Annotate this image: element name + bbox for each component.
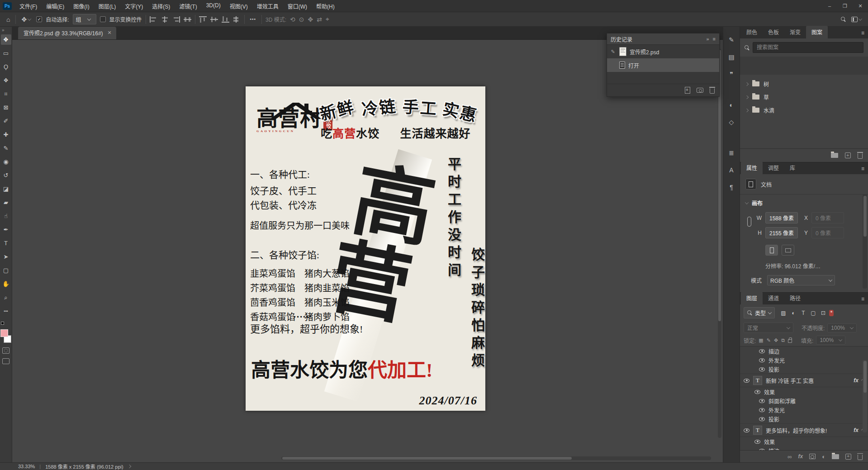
effect-row[interactable]: 斜面和浮雕: [740, 396, 868, 405]
align-left-icon[interactable]: [150, 16, 157, 23]
new-snapshot-icon[interactable]: [697, 88, 703, 93]
tab-libraries[interactable]: 库: [784, 161, 801, 174]
pattern-folder-grass[interactable]: 草: [740, 90, 868, 104]
height-field[interactable]: 2155 像素: [765, 227, 798, 238]
align-right-icon[interactable]: [172, 16, 180, 23]
lock-transparency-icon[interactable]: ▦: [759, 337, 763, 343]
align-bottom-icon[interactable]: [222, 16, 229, 23]
canvas-pasteboard[interactable]: 高 营 高营村 GAOYINGCUN 水饺: [12, 40, 723, 462]
path-selection-tool[interactable]: ➤: [1, 252, 11, 262]
history-item-snapshot[interactable]: ✎ 宣传照2.psd: [607, 45, 719, 58]
tab-gradients[interactable]: 渐变: [784, 26, 806, 38]
blend-mode-dropdown[interactable]: 正常: [744, 323, 793, 333]
slide-3d-icon[interactable]: ⇄: [317, 16, 322, 23]
visibility-eye-icon[interactable]: [744, 428, 749, 432]
history-collapse-icon[interactable]: »: [706, 36, 709, 42]
horizontal-scrollbar[interactable]: [281, 456, 711, 460]
distribute-vertical-icon[interactable]: [233, 16, 241, 23]
menu-window[interactable]: 窗口(W): [284, 0, 311, 12]
lock-artboard-icon[interactable]: ⧉: [781, 337, 785, 343]
eraser-tool[interactable]: ◪: [1, 184, 11, 194]
filter-pixel-layers-icon[interactable]: ▨: [779, 309, 787, 317]
tab-layers[interactable]: 图层: [741, 292, 763, 304]
filter-adjustment-layers-icon[interactable]: ◐: [789, 309, 797, 317]
link-layers-icon[interactable]: ∞: [787, 453, 792, 460]
menu-view[interactable]: 视图(V): [226, 0, 252, 12]
pattern-folder-trees[interactable]: 树: [740, 77, 868, 90]
eyedropper-tool[interactable]: ✐: [1, 116, 11, 126]
restore-button[interactable]: ❐: [837, 1, 853, 11]
libraries-icon[interactable]: ▤: [726, 52, 737, 62]
delete-state-icon[interactable]: [710, 88, 715, 94]
orientation-landscape-button[interactable]: [782, 245, 794, 256]
3d-panel-icon[interactable]: ◇: [726, 117, 737, 127]
object-selection-tool[interactable]: ❖: [1, 75, 11, 85]
effects-header-row[interactable]: 效果: [740, 387, 868, 396]
poster-canvas[interactable]: 高 营 高营村 GAOYINGCUN 水饺: [246, 86, 485, 411]
status-options-icon[interactable]: [127, 465, 131, 468]
screen-mode-icon[interactable]: [2, 358, 9, 364]
layer-mask-icon[interactable]: [809, 454, 816, 459]
fill-field[interactable]: 100%: [816, 336, 845, 345]
brush-settings-icon[interactable]: ✎: [726, 35, 737, 45]
history-brush-source-icon[interactable]: ✎: [610, 49, 616, 55]
orientation-portrait-button[interactable]: [765, 245, 778, 256]
hand-tool[interactable]: ✋: [1, 279, 11, 289]
menu-type[interactable]: 文字(Y): [121, 0, 147, 12]
type-tool[interactable]: T: [1, 238, 11, 248]
width-field[interactable]: 1588 像素: [765, 212, 798, 223]
new-layer-icon[interactable]: [845, 454, 851, 460]
effect-row[interactable]: 外发光: [740, 405, 868, 414]
history-brush-tool[interactable]: ↺: [1, 170, 11, 180]
lasso-tool[interactable]: Ϙ: [1, 62, 11, 72]
dodge-tool[interactable]: ☝: [1, 211, 11, 221]
adjustments-icon[interactable]: ◐: [726, 100, 737, 110]
tab-color[interactable]: 颜色: [741, 26, 763, 38]
lock-all-icon[interactable]: [788, 339, 792, 343]
new-pattern-group-icon[interactable]: [831, 153, 838, 158]
visibility-eye-icon[interactable]: [759, 358, 765, 362]
layer-filter-dropdown[interactable]: 类型: [744, 307, 775, 318]
menu-3d[interactable]: 3D(D): [202, 0, 225, 12]
effect-row[interactable]: 投影: [740, 365, 868, 374]
link-dimensions-icon[interactable]: [747, 217, 751, 227]
workspace-switcher-icon[interactable]: [849, 16, 863, 23]
move-tool[interactable]: ✥: [1, 34, 11, 45]
minimize-button[interactable]: –: [822, 1, 837, 11]
align-middle-icon[interactable]: [210, 16, 218, 23]
delete-pattern-icon[interactable]: [858, 153, 863, 159]
tab-patterns[interactable]: 图案: [806, 26, 828, 38]
crop-tool[interactable]: ⌗: [1, 89, 11, 99]
lock-position-icon[interactable]: ✥: [774, 337, 778, 343]
properties-scrollbar[interactable]: [863, 194, 867, 289]
clone-stamp-tool[interactable]: ◉: [1, 157, 11, 167]
effect-row[interactable]: 描边: [740, 347, 868, 356]
visibility-eye-icon[interactable]: [759, 367, 765, 371]
distribute-horizontal-icon[interactable]: [184, 16, 191, 23]
effect-row[interactable]: 外发光: [740, 356, 868, 365]
mode-dropdown[interactable]: RGB 颜色: [767, 275, 835, 285]
marquee-tool[interactable]: ▭: [1, 48, 11, 58]
auto-select-checkbox[interactable]: ✓: [36, 16, 42, 22]
paragraph-icon[interactable]: ¶: [726, 182, 737, 192]
effects-header-row[interactable]: 效果: [740, 437, 868, 446]
x-field[interactable]: 0 像素: [811, 212, 844, 223]
gradient-tool[interactable]: ▰: [1, 197, 11, 208]
new-pattern-icon[interactable]: [845, 152, 851, 158]
layer-filter-switch-icon[interactable]: [829, 310, 834, 316]
adjustment-layer-icon[interactable]: ◐: [822, 453, 825, 460]
orbit-3d-icon[interactable]: ⟲: [290, 16, 295, 23]
y-field[interactable]: 0 像素: [811, 227, 844, 238]
align-top-icon[interactable]: [199, 16, 207, 23]
visibility-eye-icon[interactable]: [759, 417, 765, 421]
healing-brush-tool[interactable]: ✚: [1, 129, 11, 140]
paragraph-styles-icon[interactable]: ≣: [726, 148, 737, 158]
brush-tool[interactable]: ✎: [1, 143, 11, 153]
layer-style-icon[interactable]: fx: [798, 453, 803, 460]
menu-help[interactable]: 帮助(H): [312, 0, 339, 12]
edit-toolbar-icon[interactable]: •••: [1, 306, 11, 316]
quick-mask-icon[interactable]: [2, 347, 9, 354]
visibility-eye-icon[interactable]: [759, 399, 765, 403]
tab-adjustments[interactable]: 调整: [763, 161, 784, 174]
layer-row-slogan[interactable]: T 新鲜 冷链 手工 实惠 fx: [740, 374, 868, 387]
